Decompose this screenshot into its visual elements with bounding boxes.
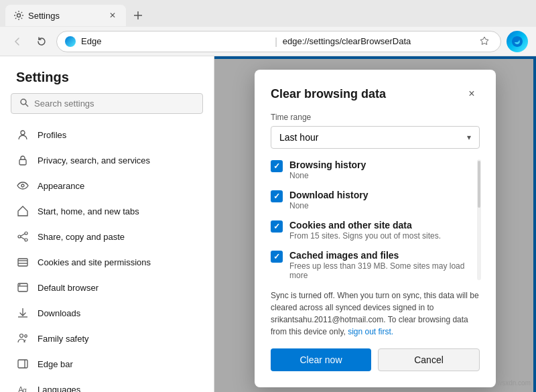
cached-images-sublabel: Frees up less than 319 MB. Some sites ma… (289, 261, 473, 280)
svg-rect-6 (19, 159, 26, 165)
sidebar-label-family-safety: Family safety (38, 334, 89, 344)
sidebar-item-cookies[interactable]: Cookies and site permissions (0, 249, 214, 275)
clear-now-button[interactable]: Clear now (271, 348, 371, 371)
sidebar-item-default-browser[interactable]: Default browser (0, 275, 214, 300)
svg-point-8 (25, 232, 27, 235)
settings-tab[interactable]: Settings ✕ (5, 5, 126, 26)
sidebar-label-start-home: Start, home, and new tabs (38, 206, 139, 216)
sidebar-label-default-browser: Default browser (38, 283, 98, 293)
sidebar-item-downloads[interactable]: Downloads (0, 300, 214, 326)
browsing-history-label: Browsing history (289, 159, 473, 170)
dialog-close-button[interactable]: × (464, 86, 480, 102)
svg-rect-13 (18, 259, 27, 266)
edge-browser-icon (507, 31, 528, 52)
browser-icon (16, 281, 29, 294)
sync-notice: Sync is turned off. When you turn on syn… (271, 289, 480, 338)
tab-bar: Settings ✕ (0, 0, 536, 27)
cached-images-item[interactable]: Cached images and files Frees up less th… (271, 250, 473, 280)
cookies-checkbox[interactable] (271, 220, 283, 233)
time-range-value: Last hour (279, 132, 318, 143)
search-box[interactable] (11, 93, 203, 114)
svg-text:α: α (23, 387, 27, 392)
main-layout: Settings Profiles Privacy, search, and s… (0, 56, 536, 392)
cached-images-text: Cached images and files Frees up less th… (289, 250, 473, 280)
sidebar-item-start-home[interactable]: Start, home, and new tabs (0, 198, 214, 224)
browsing-history-item[interactable]: Browsing history None (271, 159, 473, 180)
browsing-history-text: Browsing history None (289, 159, 473, 180)
browsing-history-checkbox[interactable] (271, 160, 283, 172)
sidebar-item-languages[interactable]: Aα Languages (0, 377, 214, 392)
address-field[interactable]: Edge | edge://settings/clearBrowserData (56, 31, 501, 52)
sidebar-item-family-safety[interactable]: Family safety (0, 326, 214, 351)
svg-line-11 (21, 237, 25, 239)
home-icon (16, 204, 29, 218)
language-icon: Aα (16, 383, 29, 392)
sidebar-label-downloads: Downloads (38, 308, 80, 318)
download-history-label: Download history (289, 190, 473, 200)
favorites-star[interactable] (476, 34, 492, 50)
tab-title: Settings (28, 11, 103, 21)
tab-favicon (13, 10, 24, 21)
refresh-button[interactable] (32, 32, 51, 51)
checkbox-scroll-area: Browsing history None Download history N… (271, 159, 480, 280)
download-history-sublabel: None (289, 201, 473, 210)
sidebar-item-appearance[interactable]: Appearance (0, 173, 214, 198)
sign-out-link[interactable]: sign out first. (348, 327, 393, 336)
modal-overlay: Clear browsing data × Time range Last ho… (214, 56, 536, 392)
browsing-history-sublabel: None (289, 171, 473, 180)
sidebar-item-privacy[interactable]: Privacy, search, and services (0, 147, 214, 173)
lock-icon (16, 153, 29, 167)
address-bar: Edge | edge://settings/clearBrowserData (0, 27, 536, 56)
time-range-select[interactable]: Last hour ▾ (271, 126, 480, 149)
sidebar-title: Settings (0, 56, 214, 93)
download-history-item[interactable]: Download history None (271, 190, 473, 210)
time-range-label: Time range (271, 113, 480, 122)
svg-point-9 (25, 239, 27, 241)
cookies-item[interactable]: Cookies and other site data From 15 site… (271, 220, 473, 241)
edge-favicon (65, 36, 76, 47)
sidebar-label-share-copy: Share, copy and paste (38, 232, 125, 242)
sidebar: Settings Profiles Privacy, search, and s… (0, 56, 214, 392)
cookies-label: Cookies and other site data (289, 220, 473, 231)
sidebar-label-profiles: Profiles (38, 130, 66, 140)
browser-chrome: Settings ✕ Edge | edge://settings/clearB… (0, 0, 536, 56)
sidebar-label-privacy: Privacy, search, and services (38, 155, 150, 166)
back-button[interactable] (8, 32, 27, 51)
cookie-icon (16, 255, 29, 269)
eye-icon (16, 179, 29, 192)
tab-close-button[interactable]: ✕ (107, 10, 118, 21)
person-icon (16, 128, 29, 141)
share-icon (16, 230, 29, 243)
sidebar-label-edge-bar: Edge bar (38, 359, 73, 369)
search-icon (19, 98, 29, 109)
cookies-text: Cookies and other site data From 15 site… (289, 220, 473, 241)
address-brand-label: Edge (81, 36, 269, 46)
download-icon (16, 306, 29, 320)
address-url: edge://settings/clearBrowserData (283, 36, 471, 46)
svg-point-0 (17, 14, 21, 17)
cookies-sublabel: From 15 sites. Signs you out of most sit… (289, 231, 473, 241)
sidebar-label-cookies: Cookies and site permissions (38, 257, 151, 267)
sidebar-item-profiles[interactable]: Profiles (0, 122, 214, 147)
svg-line-12 (21, 234, 25, 236)
sidebar-label-languages: Languages (38, 385, 80, 393)
cached-images-checkbox[interactable] (271, 251, 283, 263)
download-history-checkbox[interactable] (271, 190, 283, 202)
scrollbar-track (477, 159, 481, 280)
sidebar-icon (16, 357, 29, 371)
search-input[interactable] (34, 99, 194, 109)
family-icon (16, 332, 29, 345)
scrollbar-thumb (478, 161, 480, 208)
dialog-title: Clear browsing data (271, 87, 386, 101)
watermark: wsxdn.com (497, 379, 531, 387)
cancel-button[interactable]: Cancel (378, 348, 480, 371)
svg-point-18 (19, 284, 21, 285)
cached-images-label: Cached images and files (289, 250, 473, 261)
sidebar-item-share-copy[interactable]: Share, copy and paste (0, 224, 214, 249)
sidebar-item-edge-bar[interactable]: Edge bar (0, 351, 214, 377)
new-tab-button[interactable] (129, 6, 147, 25)
svg-line-4 (25, 104, 28, 107)
clear-browsing-data-dialog: Clear browsing data × Time range Last ho… (255, 70, 496, 387)
dialog-header: Clear browsing data × (271, 86, 480, 102)
download-history-text: Download history None (289, 190, 473, 210)
